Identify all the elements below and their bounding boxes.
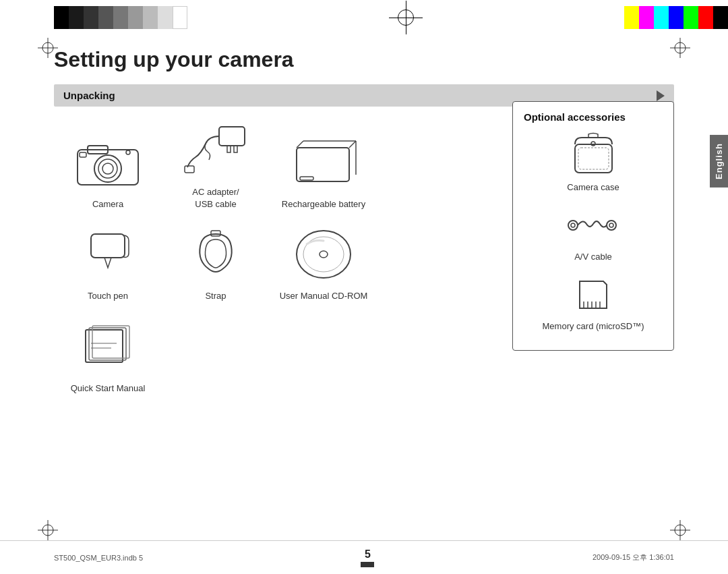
item-strap: Strap bbox=[162, 224, 270, 302]
item-ac-adapter: AC adapter/USB cable bbox=[162, 120, 270, 210]
svg-rect-29 bbox=[91, 234, 125, 258]
svg-rect-17 bbox=[80, 152, 86, 157]
footer-left: ST500_QSM_EUR3.indb 5 bbox=[54, 554, 143, 562]
optional-accessories-box: Optional accessories Camera case bbox=[512, 101, 674, 351]
language-tab: English bbox=[710, 135, 728, 188]
color-strip-right bbox=[624, 6, 728, 29]
footer-right: 2009-09-15 오후 1:36:01 bbox=[593, 552, 674, 563]
crosshair-center bbox=[389, 1, 423, 34]
svg-rect-36 bbox=[89, 328, 126, 360]
memory-card-label: Memory card (microSD™) bbox=[543, 321, 644, 331]
svg-point-44 bbox=[571, 223, 575, 227]
optional-accessories-title: Optional accessories bbox=[524, 111, 663, 123]
svg-point-18 bbox=[126, 150, 130, 154]
color-strip-left bbox=[54, 6, 187, 29]
svg-point-43 bbox=[568, 221, 578, 230]
camera-label: Camera bbox=[92, 198, 123, 210]
svg-rect-22 bbox=[185, 166, 194, 173]
svg-rect-21 bbox=[234, 146, 237, 152]
rechargeable-battery-icon bbox=[283, 132, 364, 193]
svg-point-46 bbox=[609, 223, 613, 227]
strap-label: Strap bbox=[205, 290, 226, 302]
svg-line-24 bbox=[297, 141, 303, 148]
svg-rect-35 bbox=[86, 330, 123, 362]
ac-adapter-label: AC adapter/USB cable bbox=[192, 186, 239, 210]
svg-marker-30 bbox=[104, 258, 111, 268]
optional-memory-card: Memory card (microSD™) bbox=[524, 271, 663, 331]
quick-start-manual-label: Quick Start Manual bbox=[71, 382, 146, 395]
section-label: Unpacking bbox=[63, 90, 115, 101]
ac-adapter-icon bbox=[175, 120, 256, 181]
camera-case-label: Camera case bbox=[567, 182, 619, 192]
section-arrow bbox=[657, 90, 665, 101]
av-cable-icon bbox=[566, 202, 620, 249]
item-camera: Camera bbox=[54, 132, 162, 210]
bottom-bar: ST500_QSM_EUR3.indb 5 5 2009-09-15 오후 1:… bbox=[0, 540, 728, 574]
item-quick-start-manual: Quick Start Manual bbox=[54, 316, 162, 395]
optional-camera-case: Camera case bbox=[524, 132, 663, 192]
svg-point-45 bbox=[607, 221, 616, 230]
camera-icon bbox=[67, 132, 148, 193]
user-manual-cd-rom-label: User Manual CD-ROM bbox=[280, 290, 368, 302]
strap-icon bbox=[175, 224, 256, 285]
page-number-area: 5 bbox=[361, 548, 374, 567]
optional-av-cable: A/V cable bbox=[524, 202, 663, 262]
item-rechargeable-battery: Rechargeable battery bbox=[270, 132, 377, 210]
svg-point-15 bbox=[98, 159, 117, 178]
top-bar bbox=[0, 0, 728, 35]
page-title: Setting up your camera bbox=[54, 47, 674, 72]
page-content: Setting up your camera Unpacking bbox=[54, 40, 674, 534]
item-touch-pen: Touch pen bbox=[54, 224, 162, 302]
svg-rect-41 bbox=[578, 148, 609, 169]
av-cable-label: A/V cable bbox=[574, 252, 612, 262]
svg-rect-40 bbox=[575, 144, 612, 173]
quick-start-manual-icon bbox=[67, 316, 148, 377]
page-number: 5 bbox=[365, 548, 371, 561]
user-manual-cd-rom-icon bbox=[283, 224, 364, 285]
touch-pen-label: Touch pen bbox=[88, 290, 128, 302]
touch-pen-icon bbox=[67, 224, 148, 285]
memory-card-icon bbox=[566, 271, 620, 318]
svg-point-16 bbox=[102, 163, 113, 174]
camera-case-icon bbox=[566, 132, 620, 179]
rechargeable-battery-label: Rechargeable battery bbox=[282, 198, 365, 210]
page-bar bbox=[361, 562, 374, 567]
svg-rect-19 bbox=[219, 127, 245, 146]
svg-rect-28 bbox=[300, 177, 313, 180]
svg-point-34 bbox=[320, 251, 328, 258]
svg-line-25 bbox=[349, 141, 356, 148]
svg-rect-20 bbox=[227, 146, 231, 152]
item-user-manual-cd-rom: User Manual CD-ROM bbox=[270, 224, 377, 302]
svg-rect-37 bbox=[92, 326, 129, 358]
svg-point-32 bbox=[297, 231, 351, 278]
